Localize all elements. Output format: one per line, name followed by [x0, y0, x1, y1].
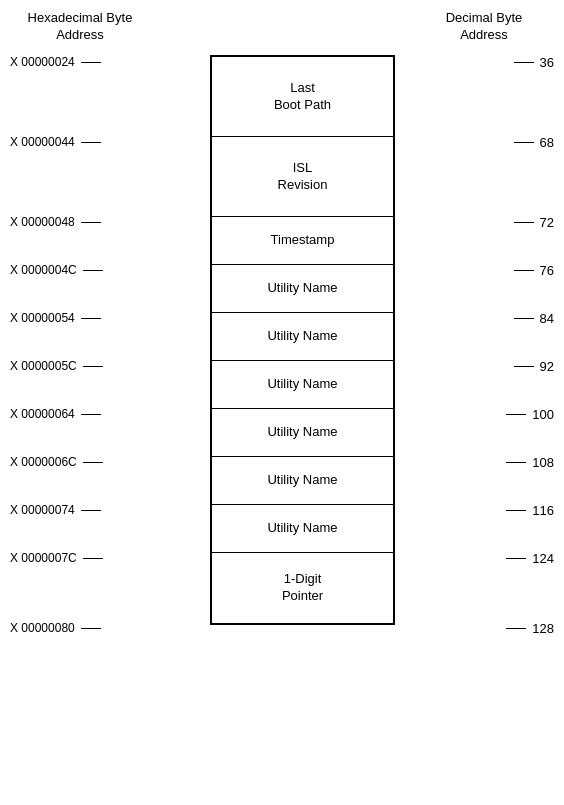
dec-address-header: Decimal ByteAddress: [424, 10, 544, 44]
dec-addr-7: 108: [506, 455, 554, 470]
cell-timestamp: Timestamp: [212, 217, 393, 265]
hex-addr-8: X 00000074: [10, 503, 101, 517]
cell-utility-name-3: Utility Name: [212, 361, 393, 409]
hex-addr-3: X 0000004C: [10, 263, 103, 277]
hex-addr-5: X 0000005C: [10, 359, 103, 373]
dec-addr-1: 68: [514, 135, 554, 150]
cell-utility-name-2: Utility Name: [212, 313, 393, 361]
hex-addr-10: X 00000080: [10, 621, 101, 635]
cell-utility-name-4: Utility Name: [212, 409, 393, 457]
cell-utility-name-6: Utility Name: [212, 505, 393, 553]
memory-map-box: LastBoot Path ISLRevision Timestamp Util…: [210, 55, 395, 625]
cell-utility-name-5: Utility Name: [212, 457, 393, 505]
dec-addr-4: 84: [514, 311, 554, 326]
dec-addr-5: 92: [514, 359, 554, 374]
dec-addr-6: 100: [506, 407, 554, 422]
cell-1digit-pointer: 1-DigitPointer: [212, 553, 393, 623]
hex-addr-4: X 00000054: [10, 311, 101, 325]
diagram: Hexadecimal ByteAddress Decimal ByteAddr…: [0, 0, 564, 50]
cell-utility-name-1: Utility Name: [212, 265, 393, 313]
dec-addr-3: 76: [514, 263, 554, 278]
hex-address-header: Hexadecimal ByteAddress: [20, 10, 140, 44]
cell-isl-revision: ISLRevision: [212, 137, 393, 217]
hex-addr-7: X 0000006C: [10, 455, 103, 469]
dec-addr-0: 36: [514, 55, 554, 70]
dec-addr-10: 128: [506, 621, 554, 636]
hex-addr-2: X 00000048: [10, 215, 101, 229]
hex-addr-9: X 0000007C: [10, 551, 103, 565]
dec-addr-2: 72: [514, 215, 554, 230]
dec-addr-9: 124: [506, 551, 554, 566]
hex-addr-0: X 00000024: [10, 55, 101, 69]
hex-addr-6: X 00000064: [10, 407, 101, 421]
dec-addr-8: 116: [506, 503, 554, 518]
cell-last-boot-path: LastBoot Path: [212, 57, 393, 137]
hex-addr-1: X 00000044: [10, 135, 101, 149]
